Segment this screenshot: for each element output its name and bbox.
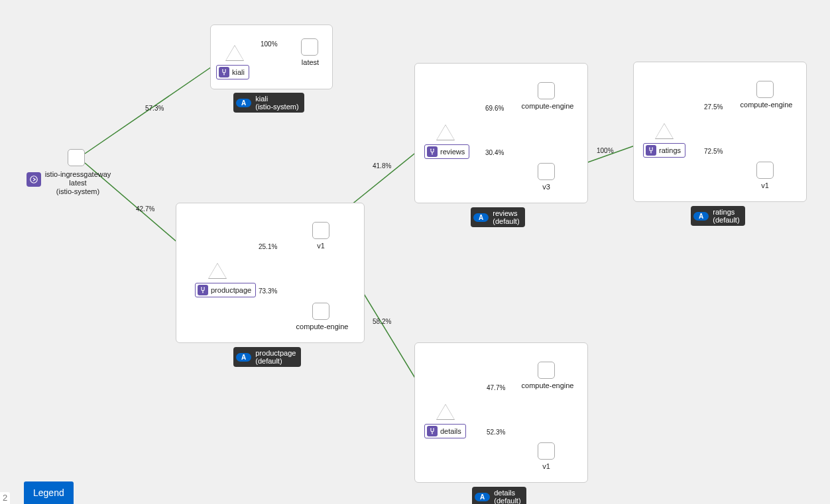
app-badge: A xyxy=(693,212,709,221)
edge-label-ratings-v1: 72.5% xyxy=(704,148,723,155)
node-productpage-compute-engine[interactable] xyxy=(312,303,329,320)
svg-point-5 xyxy=(204,287,205,288)
edge-label-v3-ratings: 100% xyxy=(597,147,614,154)
svg-point-0 xyxy=(30,176,38,183)
node-ratings-ce-label: compute-engine xyxy=(737,101,796,109)
edge-label-kiali-latest: 100% xyxy=(261,40,278,48)
node-istio-ingressgateway-label: istio-ingressgateway latest (istio-syste… xyxy=(40,170,116,196)
app-badge: A xyxy=(236,353,251,362)
corner-mark: 2 xyxy=(0,492,10,504)
virtual-service-icon xyxy=(646,145,656,156)
svg-point-15 xyxy=(650,152,652,154)
node-kiali-latest[interactable] xyxy=(301,38,318,56)
node-istio-ingressgateway[interactable] xyxy=(68,149,85,166)
node-productpage-v1-label: v1 xyxy=(316,242,326,250)
group-kiali-label: A kiali(istio-system) xyxy=(233,93,304,113)
svg-point-9 xyxy=(432,154,433,155)
node-ratings-v1-label: v1 xyxy=(760,181,770,189)
node-productpage-ce-label: compute-engine xyxy=(292,323,352,330)
virtual-service-icon xyxy=(427,146,438,157)
root-label-line1: istio-ingressgateway xyxy=(45,170,111,178)
app-badge: A xyxy=(475,493,490,501)
service-productpage-label: productpage xyxy=(195,283,256,297)
node-reviews-v3[interactable] xyxy=(538,163,555,180)
service-productpage-name: productpage xyxy=(211,286,251,294)
service-details-triangle[interactable] xyxy=(437,405,454,419)
root-badge-icon xyxy=(27,172,41,187)
svg-point-1 xyxy=(222,69,223,70)
node-productpage-v1[interactable] xyxy=(312,222,329,239)
svg-point-7 xyxy=(430,148,432,150)
service-ratings-triangle[interactable] xyxy=(656,124,673,138)
app-badge: A xyxy=(473,213,489,222)
service-reviews-label: reviews xyxy=(424,144,469,159)
service-details-label: details xyxy=(424,424,466,438)
svg-point-3 xyxy=(223,74,225,76)
node-ratings-v1[interactable] xyxy=(756,162,774,179)
node-kiali-latest-label: latest xyxy=(298,58,322,66)
service-reviews-triangle[interactable] xyxy=(437,125,454,140)
edge-label-details-v1: 52.3% xyxy=(487,428,505,436)
edge-label-root-kiali: 57.3% xyxy=(145,105,164,112)
service-reviews-name: reviews xyxy=(440,148,465,156)
edge-label-reviews-ce: 69.6% xyxy=(485,105,504,112)
service-ratings-label: ratings xyxy=(643,143,685,158)
group-details[interactable]: details compute-engine v1 xyxy=(414,342,588,483)
edge-label-productpage-ce: 73.3% xyxy=(259,287,277,295)
virtual-service-icon xyxy=(198,285,208,295)
svg-point-4 xyxy=(201,287,202,288)
node-reviews-ce-label: compute-engine xyxy=(518,102,577,110)
node-reviews-v3-label: v3 xyxy=(541,183,552,191)
virtual-service-icon xyxy=(219,67,229,77)
root-label-line2: latest xyxy=(69,179,86,187)
edge-label-details-ce: 47.7% xyxy=(487,384,505,391)
svg-point-6 xyxy=(202,292,204,293)
root-label-line3: (istio-system) xyxy=(56,187,99,195)
svg-point-14 xyxy=(652,147,653,148)
group-ratings-label: A ratings(default) xyxy=(691,206,745,226)
service-kiali-name: kiali xyxy=(232,68,245,76)
service-ratings-name: ratings xyxy=(659,146,681,154)
group-productpage[interactable]: productpage v1 compute-engine xyxy=(176,203,365,343)
group-productpage-label: A productpage(default) xyxy=(233,347,301,367)
service-productpage-triangle[interactable] xyxy=(209,264,226,278)
svg-point-13 xyxy=(649,147,650,148)
group-reviews-label: A reviews(default) xyxy=(471,207,525,227)
group-details-label: A details(default) xyxy=(472,487,526,504)
service-kiali-triangle[interactable] xyxy=(226,46,243,60)
node-details-v1-label: v1 xyxy=(541,462,552,470)
node-ratings-compute-engine[interactable] xyxy=(756,81,774,98)
svg-point-10 xyxy=(430,428,432,429)
svg-point-12 xyxy=(432,433,433,434)
svg-point-8 xyxy=(433,148,434,150)
edge-label-ratings-ce: 27.5% xyxy=(704,103,723,111)
legend-button[interactable]: Legend xyxy=(24,481,74,504)
service-graph-canvas[interactable]: istio-ingressgateway latest (istio-syste… xyxy=(0,0,830,504)
node-reviews-compute-engine[interactable] xyxy=(538,82,555,99)
svg-point-2 xyxy=(225,69,226,70)
group-kiali[interactable]: kiali latest xyxy=(210,25,333,89)
node-details-compute-engine[interactable] xyxy=(538,362,555,379)
edge-label-root-productpage: 42.7% xyxy=(136,205,154,213)
node-details-ce-label: compute-engine xyxy=(518,381,577,389)
service-details-name: details xyxy=(440,427,461,435)
edge-label-productpage-v1: 25.1% xyxy=(259,243,277,250)
virtual-service-icon xyxy=(427,426,438,436)
node-details-v1[interactable] xyxy=(538,442,555,460)
edge-label-reviews-v3: 30.4% xyxy=(485,149,504,156)
group-reviews[interactable]: reviews compute-engine v3 xyxy=(414,63,588,203)
svg-point-11 xyxy=(433,428,434,429)
service-kiali-label: kiali xyxy=(216,65,249,79)
app-badge: A xyxy=(236,99,251,107)
edge-label-v1-reviews: 41.8% xyxy=(373,162,391,170)
edge-label-v1-details: 58.2% xyxy=(373,318,391,325)
group-ratings[interactable]: ratings compute-engine v1 xyxy=(633,62,807,202)
